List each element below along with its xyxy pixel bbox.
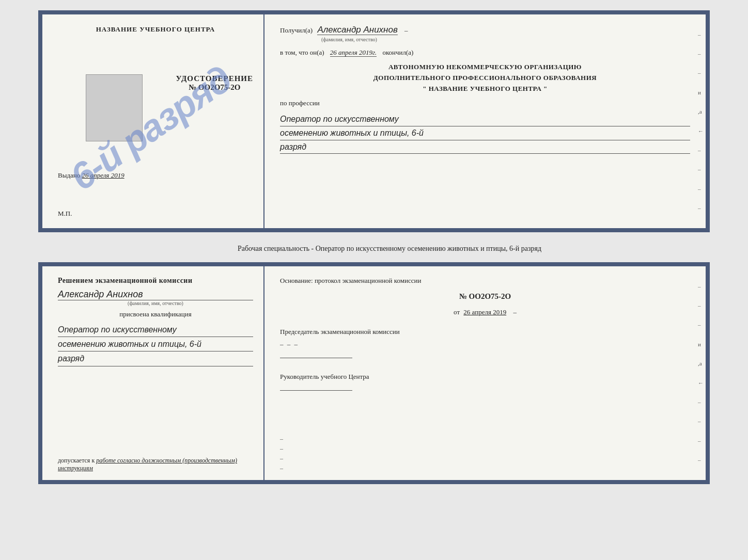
protocol-num: № OO2O75-2O <box>280 292 690 301</box>
chairman-signature <box>280 349 352 358</box>
udostoverenie-label: УДОСТОВЕРЕНИЕ <box>176 74 254 83</box>
protocol-date-prefix: от <box>454 308 460 316</box>
допускается-label: допускается к <box>58 457 95 464</box>
vydano-label: Выдано <box>58 171 80 179</box>
vydano-date: 26 апреля 2019 <box>82 171 124 179</box>
fio-caption-top: (фамилия, имя, отчество) <box>321 37 377 42</box>
udostoverenie-block: УДОСТОВЕРЕНИЕ № OO2O75-2O <box>176 74 254 92</box>
side-marks-bottom: – – – и ,а ← – – – – <box>698 266 704 480</box>
qual-block: Оператор по искусственному осеменению жи… <box>58 323 253 366</box>
received-label: Получил(а) <box>280 26 313 34</box>
director-label: Руководитель учебного Центра <box>280 372 690 382</box>
certificate-top: НАЗВАНИЕ УЧЕБНОГО ЦЕНТРА 6-й разряд УДОС… <box>38 10 710 232</box>
resolution-title: Решением экзаменационной комиссии <box>58 277 253 285</box>
bottom-name-block: Александр Анихнов (фамилия, имя, отчеств… <box>58 289 253 306</box>
vydano-block: Выдано 26 апреля 2019 <box>58 171 253 180</box>
bottom-name: Александр Анихнов <box>58 289 253 300</box>
profession-line3: разряд <box>280 140 690 154</box>
org-name-top: НАЗВАНИЕ УЧЕБНОГО ЦЕНТРА <box>58 25 253 34</box>
cert-top-left: НАЗВАНИЕ УЧЕБНОГО ЦЕНТРА 6-й разряд УДОС… <box>42 14 264 228</box>
bottom-fio-caption: (фамилия, имя, отчество) <box>58 300 253 306</box>
mp-label: М.П. <box>58 210 253 218</box>
допускается-block: допускается к работе согласно должностны… <box>58 457 253 472</box>
dash1: – <box>404 26 408 34</box>
org-line2: ДОПОЛНИТЕЛЬНОГО ПРОФЕССИОНАЛЬНОГО ОБРАЗО… <box>280 73 690 84</box>
protocol-date-value: 26 апреля 2019 <box>463 308 506 316</box>
photo-placeholder <box>86 74 143 141</box>
qual-line1: Оператор по искусственному <box>58 323 253 337</box>
completion-date: 26 апреля 2019г. <box>330 49 377 57</box>
org-line3: " НАЗВАНИЕ УЧЕБНОГО ЦЕНТРА " <box>280 84 690 94</box>
received-line: Получил(а) Александр Анихнов – (фамилия,… <box>280 25 690 43</box>
profession-line1: Оператор по искусственному <box>280 113 690 126</box>
profession-line2: осеменению животных и птицы, 6-й <box>280 126 690 140</box>
extra-dashes: – – – – <box>280 435 690 472</box>
side-marks-top: – – – и ,а ← – – – – <box>698 14 704 228</box>
qual-line2: осеменению животных и птицы, 6-й <box>58 337 253 351</box>
director-signature <box>280 381 352 391</box>
chairman-block: Председатель экзаменационной комиссии – … <box>280 327 690 361</box>
director-block: Руководитель учебного Центра <box>280 372 690 394</box>
profession-name-top: Оператор по искусственному осеменению жи… <box>280 113 690 154</box>
in-that-label: в том, что он(а) <box>280 49 324 56</box>
in-that-line: в том, что он(а) 26 апреля 2019г. окончи… <box>280 49 690 57</box>
assigned-label: присвоена квалификация <box>58 310 253 318</box>
cert-bottom-left: Решением экзаменационной комиссии Алекса… <box>42 266 264 480</box>
cert-top-right: – – – и ,а ← – – – – Получил(а) Александ… <box>264 14 706 228</box>
udostoverenie-num: № OO2O75-2O <box>176 83 254 92</box>
middle-caption: Рабочая специальность - Оператор по иску… <box>207 242 541 253</box>
qual-line3: разряд <box>58 351 253 366</box>
osnov-label: Основание: протокол экзаменационной коми… <box>280 277 690 285</box>
chairman-label: Председатель экзаменационной комиссии <box>280 327 690 337</box>
certificate-bottom: Решением экзаменационной комиссии Алекса… <box>38 262 710 484</box>
profession-label-top: по профессии <box>280 99 690 107</box>
org-block-top: АВТОНОМНУЮ НЕКОММЕРЧЕСКУЮ ОРГАНИЗАЦИЮ ДО… <box>280 62 690 94</box>
org-line1: АВТОНОМНУЮ НЕКОММЕРЧЕСКУЮ ОРГАНИЗАЦИЮ <box>280 62 690 73</box>
finished-label: окончил(а) <box>382 49 413 56</box>
protocol-date: от 26 апреля 2019 – <box>280 308 690 316</box>
received-name: Александр Анихнов <box>317 25 397 35</box>
cert-bottom-right: – – – и ,а ← – – – – Основание: протокол… <box>264 266 706 480</box>
